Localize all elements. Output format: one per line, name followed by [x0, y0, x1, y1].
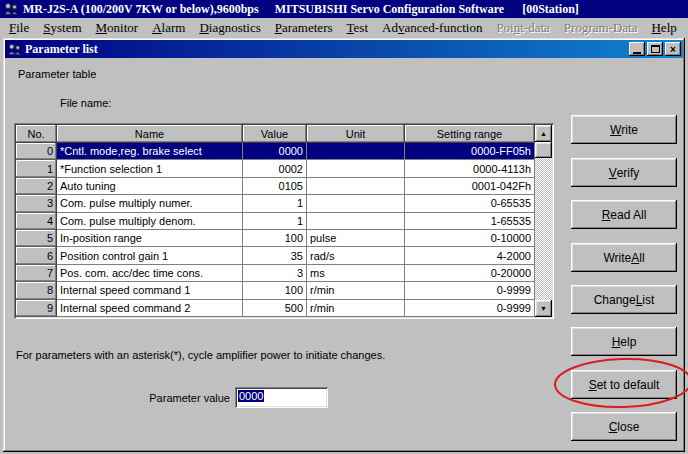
- cell-no: 0: [16, 143, 57, 160]
- main-title-station: [00Station]: [522, 2, 579, 17]
- application-window: MR-J2S-A (100/200V 7KW or below),9600bps…: [0, 0, 688, 454]
- table-body: 0*Cntl. mode,reg. brake select00000000-F…: [16, 143, 535, 317]
- cell-unit: [307, 213, 405, 230]
- table-row-1[interactable]: 1*Function selection 100020000-4113h: [16, 160, 535, 177]
- menu-program-data[interactable]: Program-Data: [557, 19, 645, 37]
- cell-unit: ms: [307, 265, 405, 282]
- write-all-button[interactable]: Write All: [571, 243, 677, 272]
- cell-value: 1: [243, 195, 307, 212]
- file-name-label: File name:: [60, 97, 111, 109]
- parameter-table: No.NameValueUnitSetting range 0*Cntl. mo…: [14, 123, 554, 319]
- parameter-list-window: Parameter list × Parameter table File na…: [3, 38, 685, 452]
- app-icon: [3, 2, 19, 16]
- cell-name: Com. pulse multiply numer.: [57, 195, 243, 212]
- cell-value: 0105: [243, 178, 307, 195]
- cell-no: 9: [16, 300, 57, 317]
- scroll-up-button[interactable]: ▲: [535, 125, 552, 142]
- change-list-button[interactable]: Change List: [571, 285, 677, 314]
- menu-advanced-function[interactable]: Advanced-function: [375, 19, 489, 37]
- help-button[interactable]: Help: [571, 327, 677, 356]
- parameter-value-text: 0000: [238, 390, 264, 402]
- cell-range: 0-9999: [405, 300, 535, 317]
- column-header-no: No.: [16, 125, 57, 143]
- cell-name: Position control gain 1: [57, 247, 243, 264]
- cell-range: 0-20000: [405, 265, 535, 282]
- asterisk-note: For parameters with an asterisk(*), cycl…: [16, 349, 385, 361]
- cell-range: 0-65535: [405, 195, 535, 212]
- cell-range: 0-9999: [405, 282, 535, 299]
- cell-value: 35: [243, 247, 307, 264]
- scroll-up-icon: ▲: [540, 130, 547, 137]
- cell-no: 6: [16, 247, 57, 264]
- parameter-table-label: Parameter table: [18, 68, 96, 80]
- table-row-5[interactable]: 5In-position range100pulse0-10000: [16, 230, 535, 247]
- table-row-2[interactable]: 2Auto tuning01050001-042Fh: [16, 178, 535, 195]
- menu-test[interactable]: Test: [340, 19, 376, 37]
- cell-value: 100: [243, 282, 307, 299]
- write-button[interactable]: Write: [571, 115, 677, 144]
- cell-no: 8: [16, 282, 57, 299]
- cell-no: 4: [16, 213, 57, 230]
- menu-alarm[interactable]: Alarm: [145, 19, 192, 37]
- cell-name: *Cntl. mode,reg. brake select: [57, 143, 243, 160]
- verify-button[interactable]: Verify: [571, 158, 677, 187]
- cell-unit: [307, 160, 405, 177]
- menu-parameters[interactable]: Parameters: [268, 19, 340, 37]
- set-to-default-button[interactable]: Set to default: [571, 370, 677, 399]
- cell-name: *Function selection 1: [57, 160, 243, 177]
- cell-name: Com. pulse multiply denom.: [57, 213, 243, 230]
- cell-name: Auto tuning: [57, 178, 243, 195]
- window-title: Parameter list: [25, 42, 98, 57]
- cell-no: 5: [16, 230, 57, 247]
- column-header-name: Name: [57, 125, 243, 143]
- table-row-6[interactable]: 6Position control gain 135rad/s4-2000: [16, 247, 535, 264]
- column-header-value: Value: [243, 125, 307, 143]
- cell-unit: r/min: [307, 282, 405, 299]
- cell-name: Pos. com. acc/dec time cons.: [57, 265, 243, 282]
- cell-unit: rad/s: [307, 247, 405, 264]
- cell-no: 2: [16, 178, 57, 195]
- table-row-4[interactable]: 4Com. pulse multiply denom.11-65535: [16, 213, 535, 230]
- scroll-down-icon: ▼: [540, 305, 547, 312]
- close-window-button[interactable]: ×: [665, 42, 681, 56]
- table-row-8[interactable]: 8Internal speed command 1100r/min0-9999: [16, 282, 535, 299]
- cell-unit: pulse: [307, 230, 405, 247]
- main-titlebar: MR-J2S-A (100/200V 7KW or below),9600bps…: [0, 0, 688, 18]
- maximize-button[interactable]: [647, 42, 663, 56]
- main-title-app: MITSUBISHI Servo Configuration Software: [275, 2, 504, 17]
- window-titlebar: Parameter list ×: [5, 40, 683, 58]
- vertical-scrollbar: ▲ ▼: [535, 125, 552, 317]
- cell-name: Internal speed command 2: [57, 300, 243, 317]
- minimize-button[interactable]: [629, 42, 645, 56]
- close-button[interactable]: Close: [571, 412, 677, 441]
- parameter-value-input[interactable]: 0000: [235, 387, 328, 408]
- main-title-device: MR-J2S-A (100/200V 7KW or below),9600bps: [23, 2, 259, 17]
- cell-value: 100: [243, 230, 307, 247]
- menu-monitor[interactable]: Monitor: [89, 19, 146, 37]
- menu-system[interactable]: System: [36, 19, 88, 37]
- cell-unit: [307, 143, 405, 160]
- column-header-unit: Unit: [307, 125, 405, 143]
- cell-range: 0-10000: [405, 230, 535, 247]
- menu-help[interactable]: Help: [644, 19, 683, 37]
- table-row-9[interactable]: 9Internal speed command 2500r/min0-9999: [16, 300, 535, 317]
- cell-range: 0000-FF05h: [405, 143, 535, 160]
- read-all-button[interactable]: Read All: [571, 200, 677, 229]
- cell-value: 0000: [243, 143, 307, 160]
- menu-file[interactable]: File: [2, 19, 36, 37]
- scrollbar-track[interactable]: [535, 158, 552, 300]
- scroll-down-button[interactable]: ▼: [535, 300, 552, 317]
- minimize-icon: [633, 52, 641, 54]
- menu-point-data[interactable]: Point-data: [489, 19, 556, 37]
- scrollbar-thumb[interactable]: [535, 142, 552, 158]
- menu-diagnostics[interactable]: Diagnostics: [192, 19, 267, 37]
- cell-range: 0000-4113h: [405, 160, 535, 177]
- cell-unit: [307, 178, 405, 195]
- window-client-area: Parameter table File name: No.NameValueU…: [5, 58, 683, 450]
- table-row-0[interactable]: 0*Cntl. mode,reg. brake select00000000-F…: [16, 143, 535, 160]
- column-header-setting-range: Setting range: [405, 125, 535, 143]
- cell-range: 0001-042Fh: [405, 178, 535, 195]
- table-row-7[interactable]: 7Pos. com. acc/dec time cons.3ms0-20000: [16, 265, 535, 282]
- table-row-3[interactable]: 3Com. pulse multiply numer.10-65535: [16, 195, 535, 212]
- window-controls: ×: [629, 42, 681, 56]
